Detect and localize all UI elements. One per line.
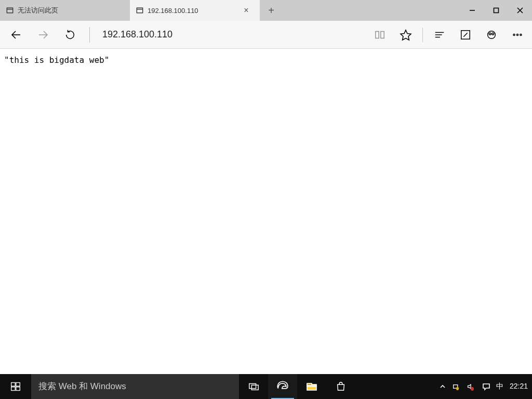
maximize-button[interactable]	[484, 0, 508, 21]
svg-point-16	[489, 33, 491, 35]
window-controls	[460, 0, 532, 21]
toolbar-right	[370, 25, 532, 44]
taskbar-app-edge[interactable]	[268, 374, 297, 399]
page-body-text: "this is bigdata web"	[4, 55, 109, 65]
taskbar-app-store[interactable]	[326, 374, 355, 399]
tab-title: 无法访问此页	[18, 6, 124, 15]
svg-rect-25	[249, 384, 256, 389]
tray-action-center-icon[interactable]	[482, 382, 491, 391]
taskbar-app-file-explorer[interactable]	[297, 374, 326, 399]
tab-inactive[interactable]: 无法访问此页	[0, 0, 130, 21]
close-window-button[interactable]	[508, 0, 532, 21]
minimize-button[interactable]	[460, 0, 484, 21]
svg-point-19	[516, 34, 518, 35]
taskbar-clock[interactable]: 22:21	[506, 374, 532, 399]
page-icon	[136, 7, 143, 14]
tab-active[interactable]: 192.168.100.110 ×	[130, 0, 260, 21]
nav-group	[0, 26, 82, 44]
toolbar-separator	[422, 28, 423, 42]
svg-rect-22	[16, 383, 20, 387]
tray-overflow-icon[interactable]	[438, 382, 447, 391]
ime-indicator[interactable]: 中	[496, 382, 503, 391]
svg-rect-0	[7, 8, 12, 13]
close-tab-button[interactable]: ×	[239, 6, 254, 15]
svg-rect-21	[11, 383, 16, 387]
start-button[interactable]	[0, 374, 31, 399]
tray-volume-icon[interactable]	[467, 382, 476, 391]
url-input[interactable]	[102, 29, 361, 40]
browser-toolbar	[0, 21, 532, 49]
refresh-button[interactable]	[61, 26, 79, 44]
svg-rect-29	[307, 385, 316, 387]
svg-marker-10	[401, 30, 411, 40]
more-icon[interactable]	[508, 25, 527, 44]
page-content: "this is bigdata web"	[0, 49, 532, 71]
browser-tabbar: 无法访问此页 192.168.100.110 × +	[0, 0, 532, 21]
share-icon[interactable]	[482, 25, 501, 44]
svg-rect-5	[494, 8, 499, 13]
back-button[interactable]	[7, 26, 25, 44]
task-view-button[interactable]	[239, 374, 268, 399]
svg-point-15	[488, 31, 496, 38]
svg-rect-26	[251, 385, 258, 390]
svg-point-18	[513, 34, 515, 35]
tab-title: 192.168.100.110	[148, 7, 235, 15]
svg-rect-24	[16, 387, 20, 391]
svg-marker-32	[468, 384, 471, 389]
svg-point-20	[520, 34, 522, 35]
svg-rect-2	[137, 8, 142, 13]
svg-point-17	[492, 33, 494, 35]
address-bar[interactable]	[93, 29, 370, 40]
taskbar: 中 22:21	[0, 374, 532, 399]
favorites-star-icon[interactable]	[396, 25, 415, 44]
hub-icon[interactable]	[430, 25, 449, 44]
page-icon	[6, 7, 14, 14]
tray-network-icon[interactable]	[453, 382, 462, 391]
taskbar-spacer	[355, 374, 436, 399]
toolbar-divider	[89, 27, 90, 43]
forward-button	[34, 26, 52, 44]
tabbar-spacer	[283, 0, 460, 21]
svg-rect-23	[11, 387, 16, 391]
web-note-icon[interactable]	[456, 25, 475, 44]
system-tray[interactable]: 中	[436, 374, 506, 399]
task-icons	[239, 374, 355, 399]
new-tab-button[interactable]: +	[260, 0, 283, 21]
clock-time: 22:21	[510, 382, 528, 390]
taskbar-search-input[interactable]	[38, 381, 232, 392]
reading-view-icon[interactable]	[370, 25, 389, 44]
taskbar-search[interactable]	[31, 374, 239, 399]
